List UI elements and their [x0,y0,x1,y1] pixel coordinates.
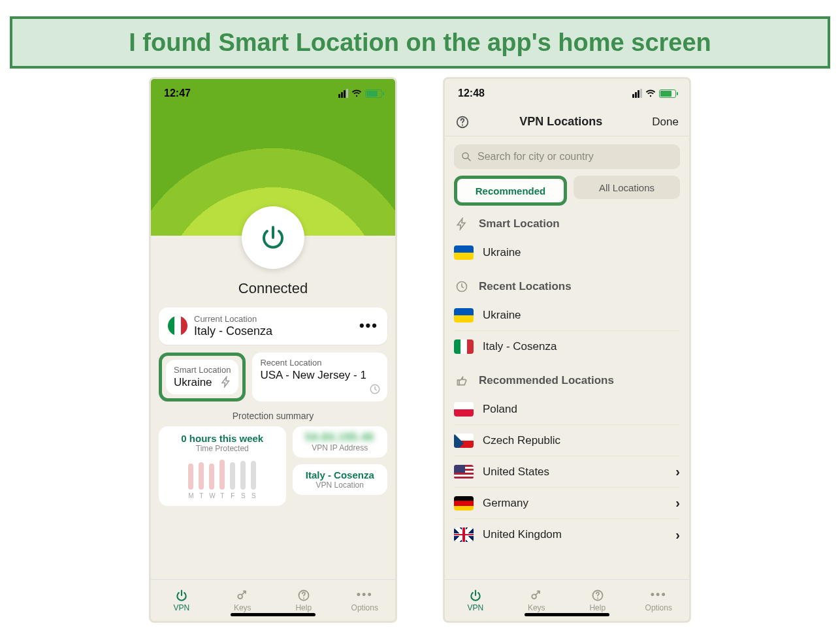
svg-point-6 [462,153,468,159]
group-recommended-locations: Recommended Locations [454,373,680,388]
vpn-location-card[interactable]: Italy - Cosenza VPN Location [293,464,387,495]
chevron-right-icon: › [675,528,680,543]
screen-title: VPN Locations [519,115,602,129]
power-toggle-button[interactable] [242,206,304,269]
lightning-icon [454,216,470,232]
status-bar: 12:48 [445,79,689,108]
key-icon [236,589,249,602]
smart-location-label: Smart Location [174,365,231,375]
clock-icon [369,383,381,395]
clock-icon [454,279,470,294]
list-item-czech[interactable]: Czech Republic [454,425,680,456]
hours-subtitle: Time Protected [165,444,280,453]
ellipsis-icon: ••• [357,588,373,602]
phone-home-screen: 12:47 Connected Current Location Italy -… [149,77,397,623]
flag-usa-icon [454,465,474,479]
list-item-poland[interactable]: Poland [454,394,680,425]
list-item-smart-ukraine[interactable]: Ukraine [454,237,680,268]
list-item-germany[interactable]: Germany› [454,488,680,519]
flag-czech-icon [454,433,474,448]
status-time: 12:47 [164,87,191,99]
status-icons [338,89,382,98]
tab-vpn[interactable]: VPN [445,580,506,621]
status-time: 12:48 [458,87,485,99]
recent-location-card[interactable]: Recent Location USA - New Jersey - 1 [252,353,387,402]
vpn-location-label: VPN Location [298,480,382,490]
list-item-usa[interactable]: United States› [454,456,680,488]
flag-germany-icon [454,496,474,511]
search-icon [460,151,472,163]
cellular-icon [338,89,348,98]
lightning-icon [220,376,232,388]
flag-ukraine-icon [454,245,474,260]
battery-icon [365,89,382,98]
vpn-ip-label: VPN IP Address [298,443,382,452]
caption-banner: I found Smart Location on the app's home… [10,16,830,69]
segment-recommended[interactable]: Recommended [457,179,564,202]
segment-all-locations[interactable]: All Locations [573,176,680,199]
flag-ukraine-icon [454,308,474,323]
group-recent-locations: Recent Locations [454,279,680,294]
wifi-icon [351,89,362,97]
thumbs-up-icon [454,373,470,388]
svg-point-10 [597,597,598,599]
more-icon[interactable]: ••• [359,317,378,334]
done-button[interactable]: Done [652,116,679,129]
vpn-location-value: Italy - Cosenza [298,469,382,480]
nav-header: VPN Locations Done [445,108,689,136]
help-icon [455,115,470,129]
battery-icon [659,89,676,98]
home-indicator [525,613,609,616]
home-indicator [231,613,315,616]
power-icon [469,589,482,602]
flag-poland-icon [454,402,474,417]
time-protected-card[interactable]: 0 hours this week Time Protected MTWTFSS [159,426,286,506]
current-location-card[interactable]: Current Location Italy - Cosenza ••• [159,307,387,345]
status-icons [632,89,676,98]
hours-title: 0 hours this week [165,433,280,444]
help-icon [297,589,310,602]
current-location-label: Current Location [194,314,272,324]
smart-location-card[interactable]: Smart Location Ukraine [166,360,238,395]
smart-location-highlight: Smart Location Ukraine [159,353,246,402]
key-icon [530,589,543,602]
recent-location-label: Recent Location [260,358,380,368]
group-smart-location: Smart Location [454,216,680,232]
status-bar: 12:47 [151,79,395,108]
list-item-recent-italy[interactable]: Italy - Cosenza [454,331,680,362]
phone-locations-screen: 12:48 VPN Locations Done Search for city… [443,77,691,623]
power-icon [175,589,188,602]
tab-vpn[interactable]: VPN [151,580,212,621]
tab-options[interactable]: •••Options [628,580,690,621]
help-icon [591,589,604,602]
svg-point-3 [303,597,304,599]
search-placeholder: Search for city or country [477,151,594,163]
flag-uk-icon [454,528,474,542]
flag-italy-icon [454,339,474,354]
tab-options[interactable]: ••• Options [334,580,396,621]
protection-summary-label: Protection summary [159,411,387,421]
cellular-icon [632,89,642,98]
weekly-bars [165,458,280,490]
vpn-ip-blurred: 54.84.195.46 [298,432,382,443]
vpn-ip-card[interactable]: 54.84.195.46 VPN IP Address [293,426,387,458]
power-icon [259,223,287,252]
current-location-value: Italy - Cosenza [194,324,272,338]
search-input[interactable]: Search for city or country [454,144,680,169]
list-item-recent-ukraine[interactable]: Ukraine [454,300,680,331]
chevron-right-icon: › [675,496,680,511]
help-button[interactable] [455,115,470,129]
wifi-icon [645,89,656,97]
recent-location-value: USA - New Jersey - 1 [260,369,380,382]
day-labels: MTWTFSS [165,492,280,499]
chevron-right-icon: › [675,464,680,479]
ellipsis-icon: ••• [651,588,667,602]
list-item-uk[interactable]: United Kingdom› [454,519,680,550]
connection-status: Connected [151,280,395,297]
segment-recommended-highlight: Recommended [454,176,567,206]
svg-point-5 [462,124,463,125]
flag-italy-icon [168,316,187,336]
